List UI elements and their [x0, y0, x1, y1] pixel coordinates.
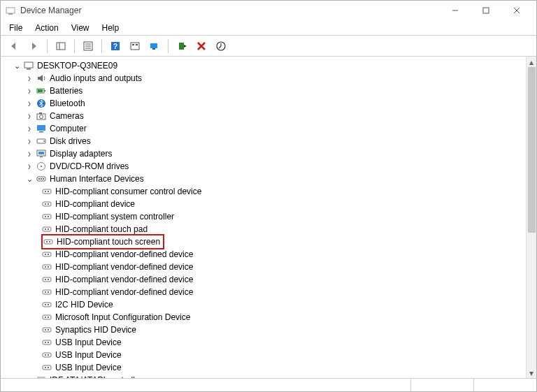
svg-rect-54	[48, 228, 49, 230]
window-title: Device Manager	[20, 6, 440, 15]
chevron-right-icon[interactable]	[24, 149, 34, 159]
tree-item-label: USB Input Device	[55, 349, 122, 361]
menu-view[interactable]: View	[70, 22, 91, 34]
scroll-up-button[interactable]: ▴	[527, 57, 537, 67]
svg-rect-82	[43, 353, 51, 357]
tree-item-audio[interactable]: Audio inputs and outputs	[1, 72, 526, 85]
vertical-scrollbar[interactable]: ▴ ▾	[526, 57, 536, 378]
svg-rect-77	[45, 329, 46, 331]
device-tree[interactable]: DESKTOP-Q3NEE09 Audio inputs and outputs…	[1, 57, 526, 378]
tree-item-device[interactable]: HID-compliant vendor-defined device	[1, 248, 526, 261]
tree-item-device[interactable]: Microsoft Input Configuration Device	[1, 311, 526, 324]
hid-icon	[36, 173, 47, 184]
tree-item-dvd[interactable]: DVD/CD-ROM drives	[1, 160, 526, 173]
chevron-right-icon[interactable]	[24, 111, 34, 121]
bluetooth-icon	[36, 98, 47, 109]
tree-root[interactable]: DESKTOP-Q3NEE09	[1, 59, 526, 72]
tree-item-device[interactable]: USB Input Device	[1, 349, 526, 361]
tree-item-device[interactable]: USB Input Device	[1, 336, 526, 349]
device-icon	[41, 349, 52, 361]
tree-item-device[interactable]: USB Input Device	[1, 361, 526, 374]
camera-icon	[36, 110, 47, 122]
svg-rect-16	[136, 44, 138, 45]
scroll-down-button[interactable]: ▾	[527, 368, 537, 378]
tree-item-device[interactable]: Synaptics HID Device	[1, 324, 526, 336]
svg-rect-53	[45, 228, 46, 230]
toolbar-separator	[101, 39, 102, 53]
tree-item-disk[interactable]: Disk drives	[1, 135, 526, 147]
svg-rect-79	[43, 340, 51, 344]
menubar: File Action View Help	[1, 20, 536, 36]
menu-action[interactable]: Action	[34, 22, 59, 34]
monitor-icon	[36, 123, 47, 134]
show-hide-tree-button[interactable]	[53, 38, 69, 54]
chevron-right-icon[interactable]	[24, 375, 34, 378]
device-icon	[41, 198, 52, 210]
svg-rect-80	[45, 342, 46, 343]
menu-file[interactable]: File	[8, 22, 24, 34]
scroll-thumb[interactable]	[528, 67, 536, 233]
scan-button[interactable]	[147, 38, 162, 54]
svg-rect-64	[43, 277, 51, 282]
tree-item-label: IDF ATA/ATAPI controllers	[50, 374, 146, 378]
chevron-right-icon[interactable]	[24, 73, 34, 83]
status-cell	[410, 379, 473, 391]
svg-rect-3	[483, 8, 489, 13]
statusbar	[1, 379, 536, 391]
tree-item-label: HID-compliant vendor-defined device	[55, 273, 193, 286]
svg-rect-21	[24, 62, 33, 68]
tree-item-device[interactable]: HID-compliant vendor-defined device	[1, 286, 526, 298]
device-icon	[41, 224, 52, 235]
update-driver-button[interactable]	[213, 38, 229, 54]
svg-rect-52	[43, 227, 51, 231]
help-button[interactable]: ?	[108, 38, 123, 54]
tree-item-device[interactable]: HID-compliant vendor-defined device	[1, 261, 526, 273]
device-icon	[41, 324, 52, 335]
svg-point-28	[40, 115, 43, 119]
chevron-down-icon[interactable]	[24, 174, 34, 184]
chevron-down-icon[interactable]	[12, 61, 22, 71]
svg-rect-57	[49, 241, 50, 242]
toolbar-separator	[47, 39, 48, 53]
svg-rect-61	[43, 265, 51, 269]
tree-item-bluetooth[interactable]: Bluetooth	[1, 97, 526, 110]
tree-item-hid[interactable]: Human Interface Devices	[1, 173, 526, 185]
close-button[interactable]	[501, 1, 532, 20]
toolbar: ?	[1, 36, 536, 57]
menu-help[interactable]: Help	[101, 22, 121, 34]
tree-item-batteries[interactable]: Batteries	[1, 85, 526, 97]
device-icon	[41, 337, 52, 348]
icon-view-button[interactable]	[127, 38, 143, 54]
tree-item-device[interactable]: HID-compliant touch screen	[1, 235, 526, 248]
svg-point-38	[41, 166, 42, 167]
enable-button[interactable]	[174, 38, 189, 54]
tree-item-device[interactable]: HID-compliant device	[1, 198, 526, 210]
minimize-button[interactable]	[440, 1, 471, 20]
chevron-right-icon[interactable]	[24, 99, 34, 108]
chevron-right-icon[interactable]	[24, 161, 34, 171]
controller-icon	[36, 375, 47, 378]
tree-item-cameras[interactable]: Cameras	[1, 110, 526, 122]
tree-item-display[interactable]: Display adapters	[1, 147, 526, 160]
tree-item-label: USB Input Device	[55, 336, 122, 349]
tree-item-computer[interactable]: Computer	[1, 122, 526, 135]
svg-text:?: ?	[113, 43, 117, 50]
svg-rect-6	[57, 43, 65, 50]
properties-button[interactable]	[80, 38, 96, 54]
chevron-right-icon[interactable]	[24, 86, 34, 96]
tree-item-device[interactable]: HID-compliant vendor-defined device	[1, 273, 526, 286]
chevron-right-icon[interactable]	[24, 124, 34, 133]
svg-rect-62	[45, 266, 46, 268]
svg-rect-15	[132, 44, 134, 45]
tree-item-device[interactable]: HID-compliant system controller	[1, 210, 526, 223]
svg-rect-47	[45, 203, 46, 205]
tree-item-device[interactable]: I2C HID Device	[1, 298, 526, 311]
maximize-button[interactable]	[471, 1, 501, 20]
back-button[interactable]	[6, 38, 22, 54]
device-icon	[41, 286, 52, 298]
tree-item-device[interactable]: HID-compliant consumer control device	[1, 185, 526, 198]
forward-button[interactable]	[26, 38, 41, 54]
chevron-right-icon[interactable]	[24, 136, 34, 146]
uninstall-button[interactable]	[194, 38, 209, 54]
tree-item-ide[interactable]: IDF ATA/ATAPI controllers	[1, 374, 526, 378]
